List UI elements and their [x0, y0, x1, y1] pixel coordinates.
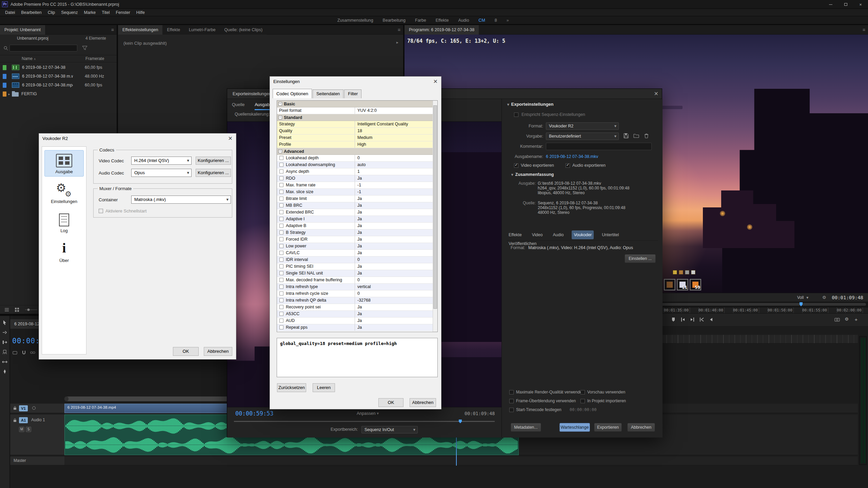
property-category[interactable]: −Advanced: [277, 148, 437, 155]
tab-untertitel[interactable]: Untertitel: [600, 230, 621, 239]
property-checkbox[interactable]: [279, 237, 283, 241]
property-value[interactable]: Ja: [355, 196, 437, 202]
mini-timeline-playhead[interactable]: [800, 302, 803, 306]
slip-tool-icon[interactable]: [2, 359, 8, 365]
property-value[interactable]: Intelligent Constant Quality: [355, 121, 437, 127]
property-row[interactable]: Extended BRCJa: [277, 209, 437, 216]
property-checkbox[interactable]: [279, 278, 283, 282]
property-value[interactable]: 1: [355, 168, 437, 175]
property-checkbox[interactable]: [279, 285, 283, 289]
export-settings-header[interactable]: Exporteinstellungen: [507, 102, 554, 107]
property-checkbox[interactable]: [279, 224, 283, 228]
property-value[interactable]: Ja: [355, 311, 437, 317]
video-codec-dropdown[interactable]: H.264 (Intel QSV): [131, 157, 192, 165]
set-start-timecode-checkbox[interactable]: [509, 408, 514, 412]
property-checkbox[interactable]: [279, 230, 283, 235]
ok-button[interactable]: OK: [173, 347, 199, 356]
icon-view-icon[interactable]: [14, 307, 20, 312]
frame-blending-checkbox[interactable]: [509, 399, 514, 403]
property-checkbox[interactable]: [279, 325, 283, 329]
tab-voukoder[interactable]: Voukoder: [572, 230, 594, 239]
export-audio-checkbox[interactable]: [566, 163, 570, 168]
track-target-a1[interactable]: A1: [19, 417, 28, 423]
seek-playhead[interactable]: [459, 420, 462, 423]
property-checkbox[interactable]: [279, 176, 283, 180]
property-row[interactable]: A53CCJa: [277, 311, 437, 318]
menu-hilfe[interactable]: Hilfe: [133, 9, 148, 16]
preview-seek-bar[interactable]: [234, 421, 495, 422]
property-row[interactable]: B StrategyJa: [277, 229, 437, 236]
list-view-icon[interactable]: [4, 307, 9, 312]
voukoder-nav-log[interactable]: Log: [44, 210, 84, 236]
workspace-tab-cm[interactable]: CM: [478, 18, 485, 23]
property-row[interactable]: RDOJa: [277, 175, 437, 182]
project-row[interactable]: 6 2019-08-12 07-34-38 m.wav48.000 Hz: [0, 72, 117, 81]
zoom-level-dropdown[interactable]: Voll: [794, 295, 810, 301]
property-row[interactable]: Lookahead downsamplingauto: [277, 162, 437, 168]
project-row[interactable]: 6 2019-08-12 07-34-3860,00 fps: [0, 63, 117, 72]
button-editor-plus-icon[interactable]: +: [853, 317, 859, 323]
property-value[interactable]: Ja: [355, 216, 437, 222]
property-value[interactable]: Ja: [355, 263, 437, 270]
property-row[interactable]: Intra refresh QP delta-32768: [277, 297, 437, 304]
format-dropdown[interactable]: Voukoder R2: [546, 122, 619, 130]
collapse-expander-icon[interactable]: −: [278, 102, 282, 106]
close-button[interactable]: ×: [853, 0, 868, 9]
property-value[interactable]: 0: [355, 257, 437, 263]
property-value[interactable]: Ja: [355, 209, 437, 216]
property-value[interactable]: Ja: [355, 236, 437, 243]
menu-sequenz[interactable]: Sequenz: [58, 9, 81, 16]
property-row[interactable]: Single SEI NAL unitJa: [277, 270, 437, 277]
close-icon[interactable]: ✕: [654, 89, 658, 99]
maximize-button[interactable]: [838, 0, 853, 9]
track-lane-master[interactable]: [64, 456, 858, 465]
property-checkbox[interactable]: [279, 305, 283, 309]
menu-fenster[interactable]: Fenster: [113, 9, 133, 16]
property-value[interactable]: Ja: [355, 202, 437, 209]
mark-out-icon[interactable]: [689, 317, 695, 323]
property-value[interactable]: auto: [355, 162, 437, 168]
property-category[interactable]: −Basic: [277, 101, 437, 107]
property-row[interactable]: Max. frame rate-1: [277, 182, 437, 189]
lock-icon[interactable]: [13, 406, 17, 411]
property-row[interactable]: AUDJa: [277, 318, 437, 324]
tab-audio[interactable]: Audio: [551, 230, 566, 239]
property-row[interactable]: Repeat ppsJa: [277, 324, 437, 331]
scrollbar[interactable]: [433, 101, 437, 332]
container-dropdown[interactable]: Matroska (.mkv): [131, 196, 231, 204]
property-value[interactable]: Ja: [355, 270, 437, 277]
configure-audio-button[interactable]: Konfigurieren ...: [196, 169, 231, 177]
fit-dropdown[interactable]: Anpassen ▾: [357, 411, 379, 416]
voukoder-nav-einstellungen[interactable]: Einstellungen: [44, 180, 84, 206]
property-checkbox[interactable]: [279, 312, 283, 316]
property-row[interactable]: Max. slice size-1: [277, 189, 437, 196]
property-value[interactable]: 0: [355, 290, 437, 297]
close-icon[interactable]: ✕: [228, 134, 233, 144]
collapse-expander-icon[interactable]: −: [278, 149, 282, 153]
preset-dropdown[interactable]: Benutzerdefiniert: [546, 133, 619, 140]
configure-video-button[interactable]: Konfigurieren ...: [196, 157, 231, 165]
tab-seitendaten[interactable]: Seitendaten: [313, 89, 343, 98]
property-checkbox[interactable]: [279, 156, 283, 160]
tab-program-monitor[interactable]: Programm: 6 2019-08-12 07-34-38: [405, 25, 479, 35]
property-value[interactable]: Ja: [355, 243, 437, 249]
property-checkbox[interactable]: [279, 210, 283, 214]
property-value[interactable]: Ja: [355, 318, 437, 324]
property-value[interactable]: Medium: [355, 135, 437, 141]
property-value[interactable]: YUV 4:2:0: [355, 107, 437, 114]
property-value[interactable]: Ja: [355, 229, 437, 236]
workspace-tab-8[interactable]: 8: [495, 18, 497, 23]
project-row[interactable]: 6 2019-08-12 07-34-38.mp460,00 fps: [0, 81, 117, 89]
property-checkbox[interactable]: [279, 169, 283, 174]
start-timecode-value[interactable]: 00:00:00:00: [570, 407, 596, 412]
voukoder-nav-über[interactable]: Über: [44, 239, 84, 265]
workspace-tab-zusammenstellung[interactable]: Zusammenstellung: [337, 18, 373, 23]
property-value[interactable]: vertical: [355, 284, 437, 290]
snap-icon[interactable]: [21, 350, 27, 355]
property-checkbox[interactable]: [279, 190, 283, 194]
tab-effekteinstellungen[interactable]: Effekteinstellungen: [118, 25, 162, 35]
panel-menu-icon[interactable]: ≡: [398, 25, 400, 35]
dialog-titlebar[interactable]: Einstellungen ✕: [270, 77, 441, 87]
toggle-track-output-icon[interactable]: [31, 406, 37, 411]
property-row[interactable]: Recovery point seiJa: [277, 304, 437, 311]
